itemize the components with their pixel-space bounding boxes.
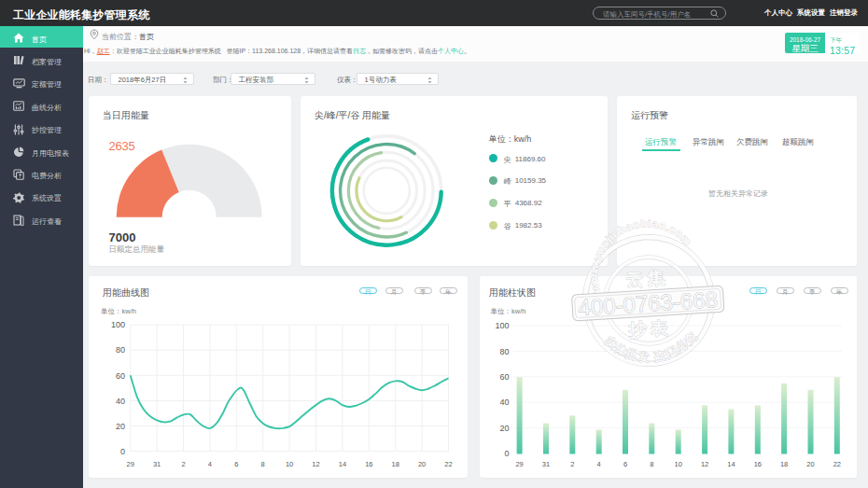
svg-text:6: 6: [234, 460, 238, 468]
svg-text:29: 29: [127, 460, 134, 468]
svg-text:4: 4: [597, 460, 601, 468]
svg-text:60: 60: [499, 372, 509, 382]
svg-text:0: 0: [504, 449, 509, 458]
svg-text:22: 22: [833, 460, 841, 468]
svg-text:60: 60: [116, 371, 125, 381]
svg-text:31: 31: [542, 460, 550, 468]
svg-text:20: 20: [499, 424, 509, 433]
svg-text:100: 100: [495, 321, 509, 330]
svg-text:6: 6: [623, 460, 627, 468]
svg-text:20: 20: [418, 460, 426, 468]
svg-text:10: 10: [286, 460, 293, 468]
svg-text:14: 14: [339, 460, 346, 468]
svg-text:4: 4: [208, 460, 212, 468]
svg-text:20: 20: [806, 460, 814, 468]
svg-text:18: 18: [780, 460, 788, 468]
svg-text:2: 2: [570, 460, 574, 468]
svg-text:14: 14: [727, 460, 735, 468]
svg-text:100: 100: [111, 320, 125, 329]
svg-text:80: 80: [499, 347, 509, 356]
svg-text:16: 16: [754, 460, 762, 468]
svg-text:20: 20: [116, 422, 125, 431]
svg-text:8: 8: [650, 460, 653, 468]
svg-text:12: 12: [701, 460, 708, 468]
svg-text:18: 18: [392, 460, 399, 468]
svg-text:10: 10: [675, 460, 682, 468]
svg-text:12: 12: [312, 460, 319, 468]
svg-text:22: 22: [444, 460, 452, 468]
svg-text:0: 0: [120, 447, 125, 456]
svg-text:29: 29: [515, 460, 523, 468]
svg-text:8: 8: [261, 460, 265, 468]
svg-text:40: 40: [499, 397, 509, 407]
svg-text:31: 31: [153, 460, 161, 468]
svg-text:2: 2: [181, 460, 185, 468]
svg-text:80: 80: [116, 345, 125, 355]
svg-text:40: 40: [116, 397, 125, 406]
svg-text:16: 16: [365, 460, 372, 468]
